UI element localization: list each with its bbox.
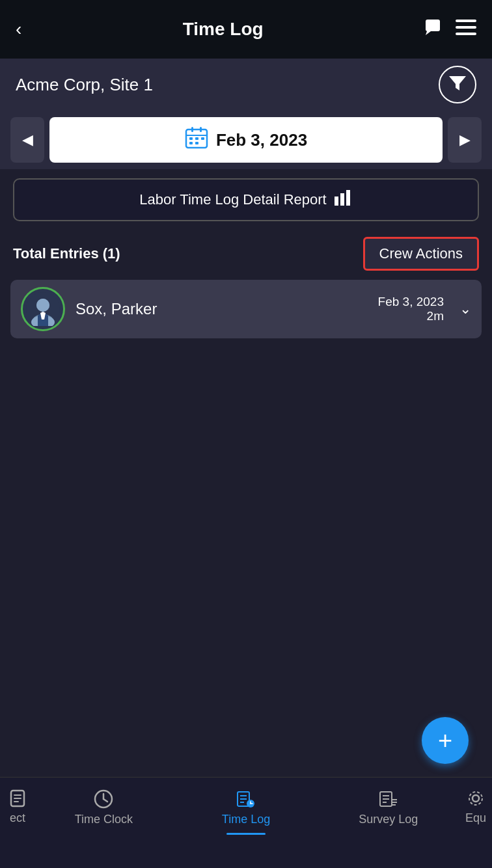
- calendar-icon: [185, 126, 208, 154]
- header-icons: [424, 18, 476, 41]
- nav-label-time-log: Time Log: [222, 813, 270, 826]
- svg-line-29: [103, 799, 107, 802]
- nav-item-time-clock[interactable]: Time Clock: [33, 787, 175, 826]
- entry-meta: Feb 3, 2023 2m: [378, 295, 444, 323]
- page-title: Time Log: [183, 19, 264, 40]
- svg-rect-4: [456, 33, 476, 35]
- svg-rect-24: [14, 794, 21, 796]
- svg-rect-0: [426, 20, 440, 31]
- avatar: [21, 287, 65, 331]
- total-entries-label: Total Entries (1): [13, 245, 120, 262]
- svg-rect-12: [201, 137, 204, 140]
- svg-rect-7: [186, 135, 207, 136]
- add-button[interactable]: +: [422, 717, 469, 764]
- next-date-button[interactable]: ▶: [448, 117, 482, 163]
- crew-actions-label: Crew Actions: [379, 245, 463, 262]
- svg-rect-9: [200, 127, 202, 132]
- bottom-nav: ect Time Clock Time Log: [0, 777, 492, 868]
- report-button[interactable]: Labor Time Log Detail Report: [13, 178, 479, 221]
- svg-point-44: [472, 795, 479, 802]
- menu-icon[interactable]: [456, 20, 476, 40]
- svg-rect-13: [189, 142, 193, 144]
- entry-duration: 2m: [378, 309, 444, 323]
- nav-item-time-log[interactable]: Time Log: [175, 787, 318, 835]
- current-date: Feb 3, 2023: [216, 130, 307, 150]
- entry-row[interactable]: Sox, Parker Feb 3, 2023 2m ⌄: [10, 280, 482, 338]
- svg-rect-26: [14, 801, 19, 802]
- svg-rect-10: [189, 137, 193, 140]
- svg-rect-17: [346, 190, 350, 206]
- date-picker: ◀ Feb 3, 2023 ▶: [0, 111, 492, 169]
- site-name: Acme Corp, Site 1: [16, 75, 153, 95]
- nav-label-equipment: Equ: [465, 811, 486, 825]
- entry-name: Sox, Parker: [75, 300, 368, 318]
- svg-rect-25: [14, 798, 21, 799]
- nav-label-survey-log: Survey Log: [359, 813, 418, 826]
- svg-point-21: [36, 299, 49, 312]
- nav-label-time-clock: Time Clock: [75, 813, 133, 826]
- svg-rect-8: [191, 127, 193, 132]
- header: ‹ Time Log: [0, 0, 492, 59]
- report-label: Labor Time Log Detail Report: [139, 191, 326, 208]
- main-content: ‹ Time Log Acme Corp, Site 1: [0, 0, 492, 777]
- back-button[interactable]: ‹: [16, 19, 21, 40]
- filter-icon: [448, 74, 467, 96]
- nav-label-project: ect: [10, 811, 25, 825]
- svg-marker-5: [449, 76, 466, 90]
- prev-arrow-icon: ◀: [22, 131, 33, 148]
- entries-row: Total Entries (1) Crew Actions: [0, 230, 492, 277]
- next-arrow-icon: ▶: [459, 131, 471, 148]
- site-bar: Acme Corp, Site 1: [0, 59, 492, 111]
- date-display[interactable]: Feb 3, 2023: [49, 117, 443, 163]
- nav-item-equipment[interactable]: Equ: [459, 787, 492, 825]
- chevron-down-icon[interactable]: ⌄: [459, 301, 471, 318]
- crew-actions-button[interactable]: Crew Actions: [363, 237, 479, 271]
- svg-rect-15: [335, 197, 338, 206]
- nav-item-project[interactable]: ect: [0, 787, 33, 825]
- chat-icon[interactable]: [424, 18, 444, 41]
- svg-rect-3: [456, 26, 476, 29]
- svg-marker-1: [426, 31, 431, 35]
- add-icon: +: [438, 728, 452, 753]
- svg-point-45: [469, 792, 482, 805]
- prev-date-button[interactable]: ◀: [10, 117, 44, 163]
- svg-rect-2: [456, 20, 476, 22]
- svg-rect-11: [195, 137, 198, 140]
- nav-item-survey-log[interactable]: Survey Log: [317, 787, 459, 826]
- nav-active-indicator: [226, 833, 266, 835]
- filter-button[interactable]: [439, 66, 476, 103]
- svg-rect-14: [195, 142, 198, 144]
- svg-rect-16: [340, 193, 344, 206]
- entry-date: Feb 3, 2023: [378, 295, 444, 309]
- bar-chart-icon: [335, 190, 353, 210]
